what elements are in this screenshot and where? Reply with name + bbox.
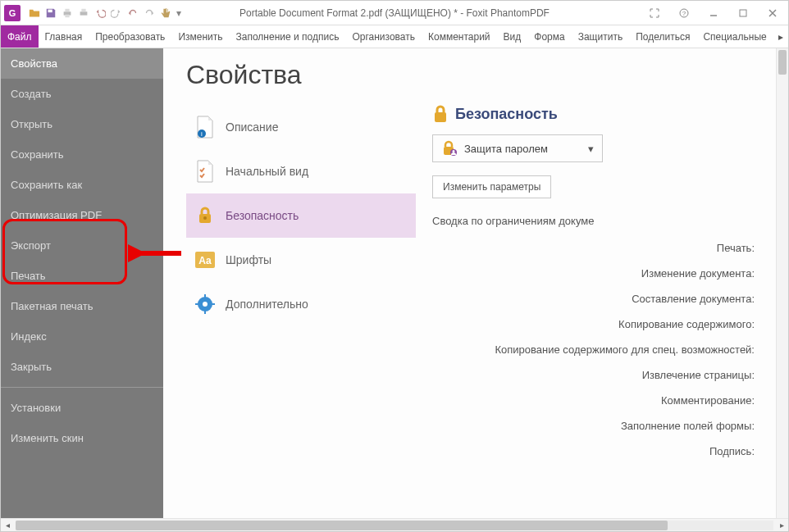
menu-label: Защитить [578, 31, 623, 43]
sidebar-item-print[interactable]: Печать [1, 261, 163, 291]
hand-icon[interactable] [158, 6, 173, 20]
sidebar-item-label: Сохранить как [11, 179, 82, 191]
svg-rect-22 [435, 112, 446, 122]
restriction-row: Составление документа: [432, 286, 759, 311]
tab-label: Начальный вид [226, 165, 308, 178]
quick-access-toolbar: ▾ [27, 6, 183, 20]
tab-label: Безопасность [226, 209, 299, 222]
menu-share[interactable]: Поделиться [629, 25, 696, 48]
menu-label: Организовать [352, 31, 415, 43]
menu-label: Файл [7, 31, 32, 43]
sidebar-item-open[interactable]: Открыть [1, 109, 163, 139]
restriction-row: Изменение документа: [432, 261, 759, 286]
dropdown-icon[interactable]: ▾ [175, 6, 183, 20]
tab-fonts[interactable]: Aa Шрифты [186, 238, 416, 282]
menu-label: Форма [534, 31, 564, 43]
fullscreen-icon[interactable] [642, 5, 667, 21]
sidebar-item-optimize[interactable]: Оптимизация PDF [1, 200, 163, 230]
change-settings-button[interactable]: Изменить параметры [432, 175, 551, 198]
menu-organize[interactable]: Организовать [345, 25, 422, 48]
menu-label: Вид [504, 31, 522, 43]
scrollbar-thumb[interactable] [778, 50, 787, 75]
print-icon[interactable] [60, 6, 75, 20]
sidebar-item-save[interactable]: Сохранить [1, 139, 163, 170]
sidebar-item-label: Сохранить [11, 148, 64, 161]
sidebar-item-index[interactable]: Индекс [1, 321, 163, 352]
redo-icon[interactable] [109, 6, 124, 20]
security-panel: Безопасность Защита паролем ▾ Изменить п… [432, 105, 768, 464]
tab-security[interactable]: Безопасность [186, 193, 416, 238]
menu-edit[interactable]: Изменить [171, 25, 229, 48]
maximize-icon[interactable] [731, 5, 755, 21]
menu-special[interactable]: Специальные [696, 25, 773, 48]
help-icon[interactable]: ? [672, 5, 696, 21]
app-icon: G [4, 5, 21, 21]
security-method-combo[interactable]: Защита паролем ▾ [432, 134, 603, 162]
svg-rect-4 [80, 11, 88, 15]
menu-protect[interactable]: Защитить [572, 25, 629, 48]
close-icon[interactable] [760, 5, 785, 21]
menu-convert[interactable]: Преобразовать [89, 25, 171, 48]
menu-fillsign[interactable]: Заполнение и подпись [230, 25, 346, 48]
sidebar-item-label: Закрыть [11, 361, 52, 373]
chevron-down-icon: ▾ [588, 143, 594, 155]
menu-label: Преобразовать [95, 31, 165, 43]
tab-advanced[interactable]: Дополнительно [186, 282, 416, 326]
menu-view[interactable]: Вид [497, 25, 528, 48]
open-icon[interactable] [27, 6, 42, 20]
minimize-icon[interactable] [701, 5, 726, 21]
sidebar-item-label: Открыть [11, 118, 52, 130]
sidebar-item-close[interactable]: Закрыть [1, 352, 163, 382]
menu-label: Специальные [703, 31, 766, 43]
page-title: Свойства [186, 60, 768, 90]
horizontal-scrollbar[interactable]: ◂ ▸ [1, 518, 788, 531]
sidebar-item-label: Пакетная печать [11, 300, 93, 312]
restrictions-list: Печать: Изменение документа: Составление… [432, 235, 759, 464]
sidebar-item-changeskin[interactable]: Изменить скин [1, 423, 163, 453]
tab-description[interactable]: i Описание [186, 105, 416, 149]
sidebar-item-create[interactable]: Создать [1, 79, 163, 109]
sidebar-item-label: Печать [11, 270, 46, 282]
restrictions-summary-title: Сводка по ограничениям докуме [432, 215, 759, 227]
tab-initialview[interactable]: Начальный вид [186, 149, 416, 193]
sidebar-item-properties[interactable]: Свойства [1, 48, 163, 79]
lock-icon [194, 205, 216, 226]
svg-point-17 [203, 302, 208, 307]
svg-rect-19 [204, 311, 206, 314]
sidebar-item-label: Оптимизация PDF [11, 209, 102, 221]
menu-form[interactable]: Форма [527, 25, 571, 48]
svg-rect-21 [212, 303, 215, 305]
menu-overflow-icon[interactable]: ▸ [773, 25, 788, 48]
scroll-left-icon[interactable]: ◂ [1, 521, 14, 530]
menu-file[interactable]: Файл [1, 25, 39, 48]
menu-comment[interactable]: Комментарий [422, 25, 497, 48]
save-icon[interactable] [43, 6, 58, 20]
tab-label: Шрифты [226, 253, 271, 266]
scrollbar-thumb[interactable] [16, 521, 668, 530]
sidebar-item-saveas[interactable]: Сохранить как [1, 170, 163, 200]
redo2-icon[interactable] [142, 6, 157, 20]
menu-label: Заполнение и подпись [236, 31, 340, 43]
print2-icon[interactable] [76, 6, 91, 20]
svg-rect-0 [48, 9, 52, 12]
undo-icon[interactable] [93, 6, 107, 20]
sidebar-item-label: Индекс [11, 330, 47, 343]
sidebar-item-label: Создать [11, 88, 51, 100]
scrollbar-track[interactable] [16, 521, 773, 530]
svg-rect-9 [740, 10, 746, 16]
menu-label: Комментарий [428, 31, 490, 43]
svg-point-13 [203, 216, 207, 220]
sidebar-item-export[interactable]: Экспорт [1, 230, 163, 261]
vertical-scrollbar[interactable] [776, 48, 788, 518]
sidebar-item-batchprint[interactable]: Пакетная печать [1, 291, 163, 321]
restriction-row: Заполнение полей формы: [432, 413, 759, 439]
page-info-icon: i [194, 116, 216, 138]
sidebar-item-preferences[interactable]: Установки [1, 393, 163, 423]
security-heading: Безопасность [432, 105, 759, 123]
menu-home[interactable]: Главная [39, 25, 89, 48]
menubar: Файл Главная Преобразовать Изменить Запо… [1, 25, 788, 48]
undo2-icon[interactable] [125, 6, 140, 20]
security-method-label: Защита паролем [464, 143, 548, 155]
properties-tabs: i Описание Начальный вид Безопасность [186, 105, 416, 464]
scroll-right-icon[interactable]: ▸ [775, 521, 788, 530]
